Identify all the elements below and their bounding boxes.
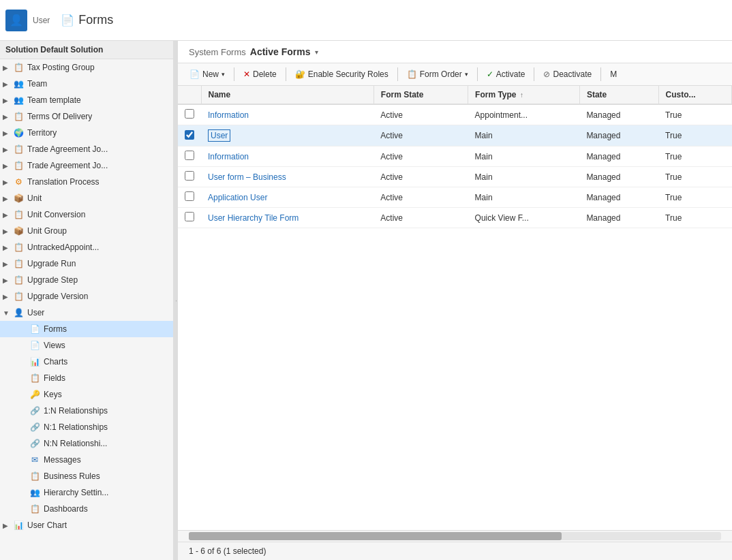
sidebar-item-trade-agreement-2[interactable]: ▶ 📋 Trade Agreement Jo... [0,157,173,174]
table-row[interactable]: User form – Business Active Main Managed… [178,167,732,187]
form-link[interactable]: User form – Business [208,172,286,182]
row-checkbox[interactable] [185,109,194,119]
hierarchy-icon: 👥 [29,486,41,499]
h-scrollbar-track[interactable] [189,532,721,540]
form-order-label: Form Order [420,69,462,79]
row-state: Managed [579,187,658,208]
expand-icon [19,358,29,366]
row-checkbox-cell [178,125,201,146]
trade-agreement-1-icon: 📋 [12,143,25,155]
row-checkbox[interactable] [185,171,194,181]
form-link[interactable]: Information [208,152,249,161]
sidebar-item-n1-relationships[interactable]: 🔗 N:1 Relationships [0,419,173,435]
enable-security-button[interactable]: 🔐 Enable Security Roles [289,66,395,82]
new-dropdown-arrow[interactable]: ▾ [222,71,225,78]
sidebar-item-forms[interactable]: 📄 Forms [0,321,173,337]
row-state: Managed [579,125,658,146]
sidebar-item-translation-process[interactable]: ▶ ⚙ Translation Process [0,174,173,190]
col-customizable[interactable]: Custo... [658,86,731,104]
sidebar-item-upgrade-run[interactable]: ▶ 📋 Upgrade Run [0,255,173,272]
main-content: System Forms Active Forms ▾ 📄 New ▾ ✕ De… [178,41,732,560]
expand-icon: ▶ [3,80,12,88]
row-checkbox[interactable] [185,151,194,160]
deactivate-button[interactable]: ⊘ Deactivate [537,66,598,82]
expand-icon: ▶ [3,228,12,235]
sidebar-item-label: User [27,308,44,317]
col-name[interactable]: Name [201,86,373,104]
form-link[interactable]: Application User [208,193,267,202]
row-name[interactable]: User [201,125,373,146]
table-row[interactable]: Information Active Appointment... Manage… [178,104,732,125]
row-form-type: Main [468,125,580,146]
sidebar-item-unit-conversion[interactable]: ▶ 📋 Unit Conversion [0,206,173,223]
col-form-type[interactable]: Form Type ↑ [468,86,580,104]
status-text: 1 - 6 of 6 (1 selected) [189,546,266,556]
sidebar-item-territory[interactable]: ▶ 🌍 Territory [0,125,173,141]
sidebar-item-user-chart[interactable]: ▶ 📊 User Chart [0,517,173,533]
more-button[interactable]: M [604,66,623,82]
row-checkbox[interactable] [185,130,194,140]
sidebar-header: Solution Default Solution [0,41,173,59]
sidebar-item-charts[interactable]: 📊 Charts [0,354,173,370]
row-name[interactable]: Information [201,104,373,125]
row-name[interactable]: User form – Business [201,167,373,187]
sidebar: Solution Default Solution ▶ 📋 Tax Postin… [0,41,174,560]
form-link[interactable]: User [208,129,230,142]
sidebar-item-views[interactable]: 📄 Views [0,337,173,354]
expand-icon: ▶ [3,211,12,219]
sidebar-item-dashboards[interactable]: 📋 Dashboards [0,501,173,517]
form-link[interactable]: User Hierarchy Tile Form [208,213,299,223]
row-checkbox[interactable] [185,191,194,201]
sidebar-item-upgrade-step[interactable]: ▶ 📋 Upgrade Step [0,272,173,288]
sidebar-item-1n-relationships[interactable]: 🔗 1:N Relationships [0,403,173,419]
sidebar-item-team-template[interactable]: ▶ 👥 Team template [0,92,173,108]
sidebar-item-keys[interactable]: 🔑 Keys [0,386,173,403]
sidebar-item-label: Upgrade Run [27,259,76,268]
sidebar-item-nn-relationships[interactable]: 🔗 N:N Relationshi... [0,435,173,452]
row-checkbox[interactable] [185,212,194,221]
row-name[interactable]: Application User [201,187,373,208]
sidebar-item-team[interactable]: ▶ 👥 Team [0,76,173,92]
new-button[interactable]: 📄 New ▾ [183,66,231,82]
sidebar-item-label: Trade Agreement Jo... [27,161,108,170]
form-link[interactable]: Information [208,110,249,120]
row-customizable: True [658,208,731,228]
sidebar-item-untracked[interactable]: ▶ 📋 UntrackedAppoint... [0,239,173,255]
sidebar-item-label: N:1 Relationships [44,422,108,432]
row-name[interactable]: Information [201,146,373,167]
sidebar-item-unit[interactable]: ▶ 📦 Unit [0,190,173,206]
table-container[interactable]: Name Form State Form Type ↑ State Custo.… [178,86,732,530]
col-form-state[interactable]: Form State [373,86,468,104]
sidebar-item-trade-agreement-1[interactable]: ▶ 📋 Trade Agreement Jo... [0,141,173,157]
delete-button[interactable]: ✕ Delete [237,66,283,82]
table-row[interactable]: Application User Active Main Managed Tru… [178,187,732,208]
sidebar-item-hierarchy-settings[interactable]: 👥 Hierarchy Settin... [0,484,173,501]
sidebar-item-business-rules[interactable]: 📋 Business Rules [0,468,173,484]
table-row[interactable]: User Active Main Managed True [178,125,732,146]
col-state[interactable]: State [579,86,658,104]
table-row[interactable]: Information Active Main Managed True [178,146,732,167]
expand-icon: ▼ [3,309,12,317]
row-name[interactable]: User Hierarchy Tile Form [201,208,373,228]
sidebar-scroll[interactable]: ▶ 📋 Tax Posting Group ▶ 👥 Team ▶ 👥 Team … [0,59,173,560]
sidebar-item-label: Views [44,341,65,350]
sidebar-item-upgrade-version[interactable]: ▶ 📋 Upgrade Version [0,288,173,305]
expand-icon [19,391,29,399]
table-row[interactable]: User Hierarchy Tile Form Active Quick Vi… [178,208,732,228]
h-scrollbar-thumb[interactable] [189,532,562,540]
sidebar-item-label: Unit Conversion [27,210,85,219]
row-state: Managed [579,104,658,125]
sidebar-item-unit-group[interactable]: ▶ 📦 Unit Group [0,223,173,239]
sidebar-item-user[interactable]: ▼ 👤 User [0,305,173,321]
sidebar-item-messages[interactable]: ✉ Messages [0,452,173,468]
form-order-arrow[interactable]: ▾ [465,71,468,78]
n1-rel-icon: 🔗 [29,421,41,433]
form-order-button[interactable]: 📋 Form Order ▾ [401,66,474,82]
active-forms-dropdown[interactable]: ▾ [315,48,318,56]
activate-button[interactable]: ✓ Activate [481,66,532,82]
sidebar-item-fields[interactable]: 📋 Fields [0,370,173,386]
1n-rel-icon: 🔗 [29,405,41,417]
sidebar-item-tax-posting-group[interactable]: ▶ 📋 Tax Posting Group [0,59,173,76]
sidebar-item-label: Translation Process [27,177,100,187]
sidebar-item-terms-of-delivery[interactable]: ▶ 📋 Terms Of Delivery [0,108,173,125]
